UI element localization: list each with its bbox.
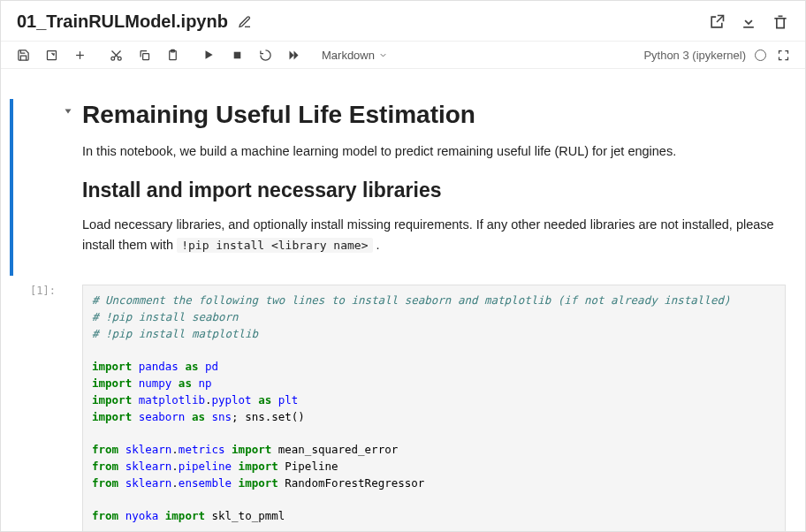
- add-cell-icon[interactable]: [72, 47, 87, 63]
- download-icon[interactable]: [740, 13, 757, 31]
- md-paragraph: Load necessary libraries, and optionally…: [82, 215, 786, 255]
- titlebar: 01_TrainRULModel.ipynb: [1, 1, 805, 42]
- svg-rect-7: [233, 51, 240, 58]
- open-external-icon[interactable]: [708, 13, 726, 31]
- code-cell[interactable]: [1]: # Uncomment the following two lines…: [1, 276, 805, 531]
- cut-icon[interactable]: [108, 47, 124, 63]
- svg-point-2: [110, 57, 114, 60]
- chevron-down-icon: [378, 50, 388, 60]
- notebook-content[interactable]: Remaining Useful Life Estimation In this…: [1, 69, 805, 531]
- notebook-root: 01_TrainRULModel.ipynb: [0, 0, 806, 532]
- markdown-cell[interactable]: Remaining Useful Life Estimation In this…: [1, 87, 805, 276]
- md-text: .: [373, 238, 380, 252]
- cell-type-selector[interactable]: Markdown: [322, 49, 388, 62]
- file-title: 01_TrainRULModel.ipynb: [17, 11, 228, 32]
- code-editor[interactable]: # Uncomment the following two lines to i…: [82, 285, 786, 531]
- run-icon[interactable]: [201, 47, 217, 63]
- collapse-toggle[interactable]: [63, 90, 79, 272]
- kernel-name[interactable]: Python 3 (ipykernel): [643, 49, 746, 62]
- toolbar: Markdown Python 3 (ipykernel): [1, 42, 805, 69]
- code-body: # Uncomment the following two lines to i…: [79, 279, 789, 531]
- restart-kernel-icon[interactable]: [257, 47, 273, 63]
- md-paragraph: In this notebook, we build a machine lea…: [82, 141, 786, 161]
- stop-icon[interactable]: [229, 47, 245, 63]
- inline-code: !pip install <library name>: [177, 238, 372, 253]
- expand-icon[interactable]: [775, 47, 791, 63]
- markdown-body: Remaining Useful Life Estimation In this…: [79, 90, 789, 272]
- svg-rect-0: [743, 27, 754, 28]
- export-icon[interactable]: [43, 47, 59, 63]
- heading-h1: Remaining Useful Life Estimation: [82, 101, 786, 129]
- svg-point-3: [118, 57, 121, 60]
- rename-icon[interactable]: [237, 14, 253, 30]
- save-icon[interactable]: [15, 47, 31, 63]
- svg-rect-1: [47, 50, 56, 59]
- delete-icon[interactable]: [772, 13, 789, 31]
- kernel-status-indicator[interactable]: [755, 49, 766, 61]
- cell-type-label: Markdown: [322, 49, 375, 62]
- run-all-icon[interactable]: [285, 47, 301, 63]
- copy-icon[interactable]: [136, 47, 152, 63]
- paste-icon[interactable]: [164, 47, 180, 63]
- heading-h2: Install and import necessary libraries: [82, 179, 786, 202]
- cell-prompt: [10, 90, 63, 272]
- cell-prompt: [1]:: [10, 279, 63, 531]
- svg-rect-4: [142, 53, 148, 59]
